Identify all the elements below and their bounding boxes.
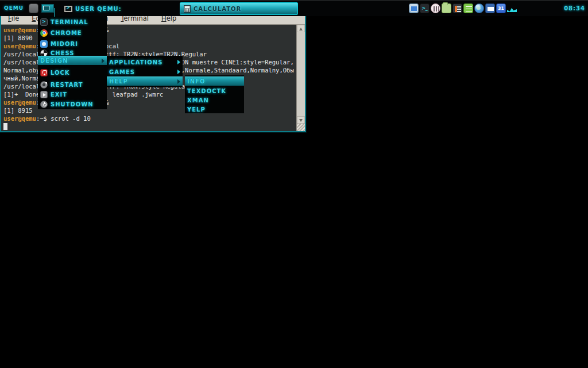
menu-item-texdoctk[interactable]: TEXDOCTK [185,86,244,95]
scroll-down-button[interactable] [297,116,305,124]
menu-item-label: DESIGN [40,57,68,64]
lock-icon [40,69,48,76]
taskbar-menu-button[interactable]: QEMU [4,5,24,11]
calculator-window-icon [184,5,191,13]
menu-item-design[interactable]: DESIGN [38,56,107,65]
menu-item-label: LOCK [51,70,70,76]
system-monitor-icon[interactable] [507,3,517,13]
file-manager-icon[interactable] [442,3,451,13]
calendar-icon[interactable]: 31 [496,3,506,13]
submenu-arrow-icon [177,60,180,64]
volume-mixer-icon[interactable] [431,3,440,13]
show-desktop-button[interactable] [29,3,38,13]
menu-item-label: SHUTDOWN [51,101,94,108]
menu-item-info[interactable]: INFO [185,76,244,86]
menu-item-shutdown[interactable]: SHUTDOWN [38,99,107,109]
menu-item-xman[interactable]: XMAN [185,95,244,105]
mail-icon[interactable] [485,3,495,13]
task-label: CALCULATOR [194,6,241,12]
pager-divider [54,8,55,17]
terminal-window-icon [64,6,72,12]
menu-item-label: TEXDOCTK [187,88,226,94]
terminal-icon [40,18,48,26]
menu-item-label: YELP [187,106,206,113]
menu-item-label: GAMES [109,69,135,75]
task-label: USER QEMU: [75,6,122,12]
taskbar-clock: 08:34 [564,5,585,12]
chrome-icon [40,29,48,37]
menu-item-label: INFO [187,78,205,85]
taskbar-task-calculator[interactable]: CALCULATOR [180,2,298,15]
menu-item-label: TERMINAL [51,19,88,25]
submenu-arrow-icon [177,79,180,84]
terminal-tray-icon[interactable]: >_ [420,3,430,13]
submenu-arrow-icon [102,59,105,63]
help-submenu: INFO TEXDOCTK XMAN YELP [185,75,244,113]
menu-item-label: APPLICATIONS [109,59,163,66]
menu-item-label: CHROME [51,30,82,36]
submenu-arrow-icon [177,70,180,74]
scroll-up-button[interactable] [297,25,305,32]
resize-grip[interactable] [297,124,305,131]
taskbar: QEMU USER QEMU: CALCULATOR >_ 31 08:34 [0,0,588,16]
menu-item-games[interactable]: GAMES [107,67,183,76]
desktop-root-menu: TERMINAL CHROME MIDORI CHESS DESIGN LOCK… [38,16,107,109]
menu-item-yelp[interactable]: YELP [185,105,244,114]
notes-icon[interactable] [463,3,473,13]
menu-item-label: RESTART [51,82,83,88]
terminal-cursor [3,123,7,130]
menu-item-midori[interactable]: MIDORI [38,39,107,48]
menu-item-label: MIDORI [51,41,78,47]
design-submenu: APPLICATIONS GAMES HELP [107,56,183,87]
menu-item-label: EXIT [51,91,67,98]
menu-item-applications[interactable]: APPLICATIONS [107,57,183,67]
menu-item-label: CHESS [51,50,75,56]
displays-icon[interactable] [409,3,419,13]
restart-icon [40,81,48,89]
midori-icon [40,40,48,48]
menu-item-help[interactable]: HELP [107,76,183,86]
shutdown-icon [40,101,48,108]
exit-icon [40,91,48,98]
taskbar-task-terminal[interactable]: USER QEMU: [61,2,179,15]
menu-item-lock[interactable]: LOCK [38,68,107,77]
scrollbar-track[interactable] [297,32,305,116]
terminal-line: user@qemu:~$ scrot -d 10 [3,114,294,122]
desktop-pager[interactable] [41,4,54,13]
network-globe-icon[interactable] [474,3,484,13]
desktop: TERMINAL CHROME MIDORI CHESS DESIGN LOCK… [0,0,588,368]
terminal-scrollbar[interactable] [296,25,305,131]
menu-item-chrome[interactable]: CHROME [38,28,107,37]
menu-item-label: XMAN [187,97,209,103]
calculator-tray-icon[interactable] [452,3,462,13]
menu-item-exit[interactable]: EXIT [38,90,107,99]
menu-item-restart[interactable]: RESTART [38,80,107,89]
menu-item-terminal[interactable]: TERMINAL [38,17,107,26]
system-tray: >_ 31 [409,3,517,13]
menu-item-label: HELP [109,78,128,85]
